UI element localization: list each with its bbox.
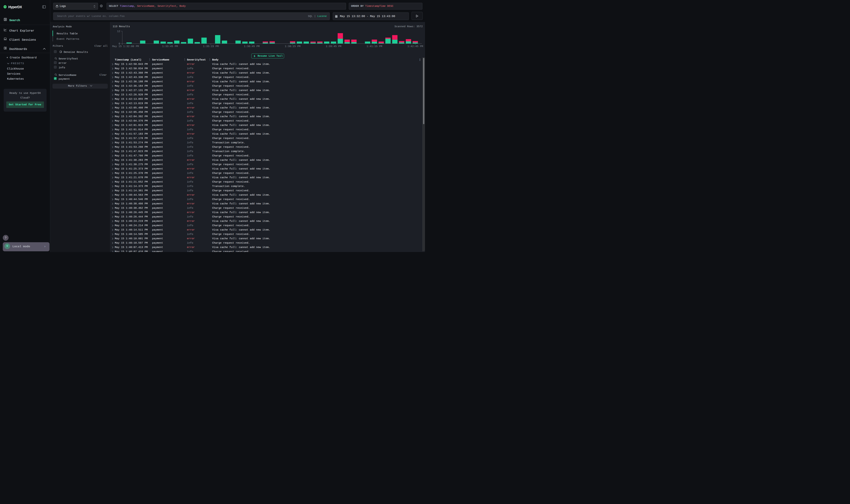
svg-text:1:42:45 PM: 1:42:45 PM [408, 45, 423, 48]
svg-text:1:41:15 PM: 1:41:15 PM [366, 45, 382, 48]
svg-text:1:33:45 PM: 1:33:45 PM [162, 45, 178, 48]
svg-text:12: 12 [117, 30, 120, 33]
svg-text:1:36:45 PM: 1:36:45 PM [244, 45, 259, 48]
svg-text:1:39:45 PM: 1:39:45 PM [326, 45, 341, 48]
svg-text:1:35:15 PM: 1:35:15 PM [203, 45, 219, 48]
svg-text:1:38:15 PM: 1:38:15 PM [285, 45, 300, 48]
svg-text:May 15 1:32:00 PM: May 15 1:32:00 PM [112, 45, 139, 48]
